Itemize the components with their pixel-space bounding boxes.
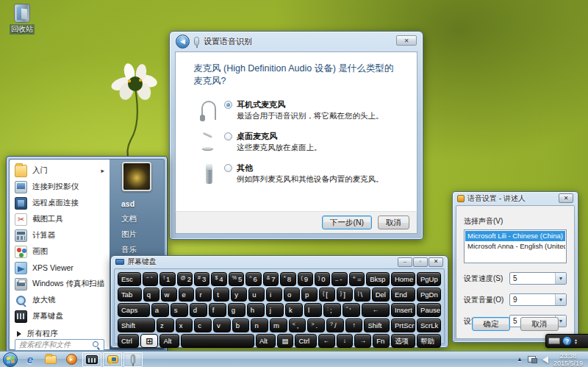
key-Del[interactable]: Del bbox=[372, 288, 390, 302]
radio-button[interactable] bbox=[224, 132, 232, 140]
microphone-option[interactable]: 桌面麦克风这些麦克风放在桌面上。 bbox=[193, 131, 399, 153]
key-5[interactable]: %5 bbox=[229, 272, 244, 286]
key-s[interactable]: s bbox=[171, 303, 188, 317]
close-button[interactable]: ✕ bbox=[559, 193, 573, 203]
start-menu-item[interactable]: ✂截图工具 bbox=[10, 211, 110, 227]
chevron-down-icon[interactable]: ▼ bbox=[555, 273, 566, 284]
start-button[interactable] bbox=[3, 352, 18, 367]
start-menu-item[interactable]: 放大镜 bbox=[10, 292, 110, 308]
key-x[interactable]: x bbox=[176, 318, 193, 332]
key-Tab[interactable]: Tab bbox=[118, 288, 142, 302]
key-End[interactable]: End bbox=[391, 288, 415, 302]
key-o[interactable]: o bbox=[284, 288, 300, 302]
windows-explorer-taskbar-button[interactable] bbox=[41, 352, 60, 367]
key-Esc[interactable]: Esc bbox=[118, 272, 141, 286]
key-,[interactable]: <, bbox=[289, 318, 306, 332]
toolbar-button[interactable] bbox=[548, 338, 560, 344]
media-player-taskbar-button[interactable]: ▸ bbox=[62, 352, 81, 367]
key-j[interactable]: j bbox=[266, 303, 284, 317]
key-Ctrl[interactable]: Ctrl bbox=[295, 334, 316, 348]
key-.[interactable]: >. bbox=[307, 318, 325, 332]
start-menu-right-item[interactable]: 图片 bbox=[110, 227, 164, 242]
key-↑[interactable]: ↑ bbox=[345, 318, 363, 332]
microphone-option[interactable]: 耳机式麦克风最适合用于语音识别，将它戴在您的头上。 bbox=[193, 99, 399, 121]
key-Bksp[interactable]: Bksp bbox=[366, 272, 390, 286]
key-←[interactable]: ← bbox=[318, 334, 335, 348]
key-=[interactable]: += bbox=[349, 272, 365, 286]
key-[[interactable]: {[ bbox=[319, 288, 335, 302]
start-menu-item[interactable]: Windows 传真和扫描 bbox=[10, 276, 110, 292]
key-`[interactable]: ~` bbox=[143, 272, 158, 286]
key-f[interactable]: f bbox=[209, 303, 226, 317]
network-icon[interactable] bbox=[528, 356, 537, 363]
key-q[interactable]: q bbox=[143, 288, 159, 302]
voice-option[interactable]: Microsoft Lili - Chinese (China) bbox=[465, 231, 565, 241]
start-menu-item[interactable]: 计算器 bbox=[10, 227, 110, 243]
key-Alt[interactable]: Alt bbox=[256, 334, 276, 348]
radio-button[interactable] bbox=[224, 164, 232, 172]
start-menu-item[interactable]: 连接到投影仪 bbox=[10, 179, 110, 195]
help-icon[interactable]: ? bbox=[562, 336, 572, 346]
key-6[interactable]: ^6 bbox=[245, 272, 261, 286]
microphone-taskbar-button[interactable] bbox=[123, 352, 143, 367]
all-programs-item[interactable]: 所有程序 bbox=[10, 329, 110, 339]
spinner-arrows[interactable]: ▲ ▼ bbox=[574, 338, 578, 344]
key-e[interactable]: e bbox=[179, 288, 195, 302]
key-i[interactable]: i bbox=[266, 288, 282, 302]
voice-option[interactable]: Microsoft Anna - English (United States) bbox=[465, 241, 565, 252]
key-→[interactable]: → bbox=[354, 334, 371, 348]
key-w[interactable]: w bbox=[161, 288, 177, 302]
key-PgUp[interactable]: PgUp bbox=[417, 272, 441, 286]
key-9[interactable]: (9 bbox=[298, 272, 313, 286]
key-v[interactable]: v bbox=[213, 318, 231, 332]
key-d[interactable]: d bbox=[190, 303, 207, 317]
maximize-button[interactable]: ▫ bbox=[413, 257, 428, 267]
key-k[interactable]: k bbox=[285, 303, 303, 317]
key-4[interactable]: $4 bbox=[211, 272, 226, 286]
key-Insert[interactable]: Insert bbox=[391, 303, 415, 317]
tray-expand-icon[interactable]: ▲ bbox=[517, 356, 523, 363]
user-avatar[interactable] bbox=[122, 162, 151, 191]
key-8[interactable]: *8 bbox=[280, 272, 295, 286]
speech-recognition-taskbar-button[interactable] bbox=[103, 352, 122, 367]
back-button[interactable]: ◄ bbox=[176, 35, 190, 49]
next-button[interactable]: 下一步(N) bbox=[322, 215, 372, 229]
key-0[interactable]: )0 bbox=[315, 272, 330, 286]
key-ScrLk[interactable]: ScrLk bbox=[417, 318, 441, 332]
key-↓[interactable]: ↓ bbox=[337, 334, 354, 348]
key-Home[interactable]: Home bbox=[391, 272, 415, 286]
cancel-button[interactable]: 取消 bbox=[520, 317, 559, 331]
key-][interactable]: }] bbox=[337, 288, 353, 302]
start-menu-item[interactable]: XPS Viewer bbox=[10, 260, 110, 276]
minimize-button[interactable]: – bbox=[398, 257, 412, 267]
key-2[interactable]: @2 bbox=[177, 272, 193, 286]
start-menu-item[interactable]: 画图 bbox=[10, 243, 110, 260]
key-Pause[interactable]: Pause bbox=[417, 303, 441, 317]
key-\[interactable]: |\ bbox=[354, 288, 370, 302]
key-帮助[interactable]: 帮助 bbox=[417, 334, 441, 348]
key-Caps[interactable]: Caps bbox=[118, 303, 150, 317]
start-menu-item[interactable]: 远程桌面连接 bbox=[10, 195, 110, 211]
voice-listbox[interactable]: Microsoft Lili - Chinese (China)Microsof… bbox=[464, 229, 567, 263]
key-Ctrl[interactable]: Ctrl bbox=[118, 334, 139, 348]
key-n[interactable]: n bbox=[251, 318, 268, 332]
key-;[interactable]: :; bbox=[323, 303, 341, 317]
cancel-button[interactable]: 取消 bbox=[378, 215, 409, 229]
radio-button[interactable] bbox=[224, 101, 232, 109]
key-z[interactable]: z bbox=[157, 318, 174, 332]
key-l[interactable]: l bbox=[304, 303, 322, 317]
start-menu-item[interactable]: 屏幕键盘 bbox=[10, 308, 110, 324]
key-c[interactable]: c bbox=[194, 318, 212, 332]
key-PrtScn[interactable]: PrtScn bbox=[391, 318, 415, 332]
key-g[interactable]: g bbox=[228, 303, 245, 317]
taskbar-clock[interactable]: 23:38 2015/5/19 bbox=[553, 352, 583, 367]
start-menu-item[interactable]: 入门▸ bbox=[10, 163, 110, 179]
key-Shift[interactable]: Shift bbox=[364, 318, 390, 332]
setting-dropdown[interactable]: 9▼ bbox=[509, 293, 567, 306]
key-PgDn[interactable]: PgDn bbox=[417, 288, 441, 302]
key-Fn[interactable]: Fn bbox=[373, 334, 390, 348]
key-u[interactable]: u bbox=[248, 288, 265, 302]
key-space[interactable] bbox=[181, 334, 254, 348]
key-t[interactable]: t bbox=[213, 288, 229, 302]
key-Shift[interactable]: Shift bbox=[118, 318, 155, 332]
